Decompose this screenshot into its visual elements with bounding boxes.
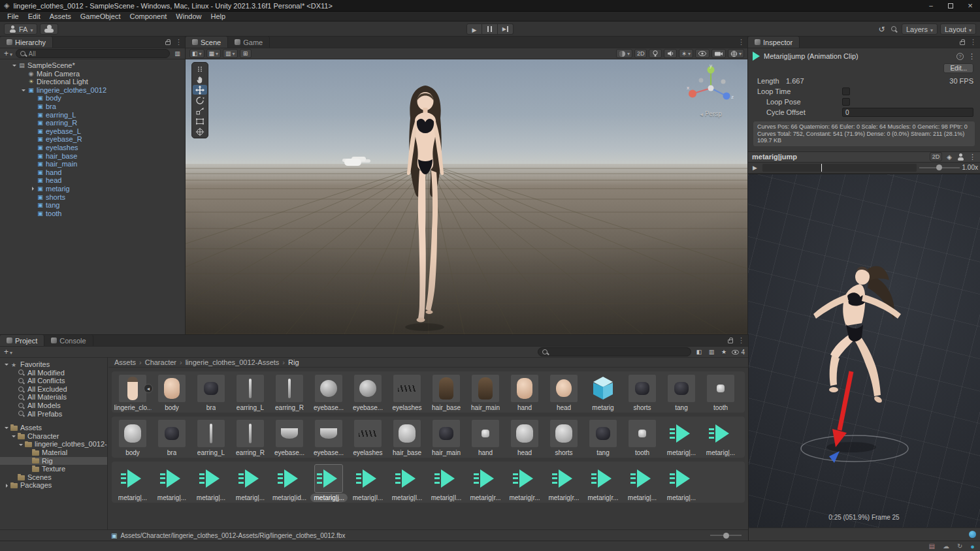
asset-tile[interactable]: eyebase... bbox=[270, 418, 309, 457]
breadcrumb-item[interactable]: Rig bbox=[287, 358, 301, 366]
preview-2d-button[interactable]: 2D bbox=[930, 152, 943, 161]
asset-tile[interactable]: tang bbox=[662, 373, 701, 412]
animation-clip-tile[interactable]: metarig|r... bbox=[505, 463, 544, 502]
folder-row[interactable]: Packages bbox=[0, 481, 107, 490]
expand-arrow[interactable] bbox=[17, 441, 24, 448]
help-icon[interactable]: ? bbox=[956, 53, 964, 60]
expand-arrow[interactable] bbox=[3, 424, 10, 431]
console-status-icon[interactable] bbox=[929, 543, 935, 550]
asset-tile[interactable]: body bbox=[113, 418, 152, 457]
asset-tile[interactable]: bra bbox=[191, 373, 231, 412]
asset-tile[interactable]: shorts bbox=[544, 418, 583, 457]
folder-row[interactable]: Assets bbox=[0, 424, 107, 432]
asset-tile[interactable]: eyelashes bbox=[348, 418, 387, 457]
animation-clip-tile[interactable]: metarig|l... bbox=[387, 463, 427, 502]
hierarchy-row[interactable]: tang bbox=[0, 201, 186, 210]
layers-dropdown[interactable]: Layers bbox=[902, 24, 938, 35]
menu-item[interactable]: Assets bbox=[45, 12, 76, 20]
step-button[interactable] bbox=[498, 24, 514, 35]
view-tool-button[interactable] bbox=[193, 74, 207, 84]
asset-tile[interactable]: metarig|... bbox=[701, 418, 740, 457]
breadcrumb-item[interactable]: lingerie_clothes_0012-Assets bbox=[184, 358, 281, 366]
expand-arrow[interactable] bbox=[3, 484, 10, 488]
folder-row[interactable]: lingerie_clothes_0012-Ass bbox=[0, 440, 107, 449]
maximize-button[interactable] bbox=[941, 0, 960, 12]
asset-tile[interactable]: hand bbox=[466, 418, 505, 457]
animation-clip-tile[interactable]: metarig|id... bbox=[270, 463, 309, 502]
asset-tile[interactable]: head bbox=[505, 418, 544, 457]
asset-tile[interactable]: head bbox=[544, 373, 583, 412]
rect-tool-button[interactable] bbox=[193, 116, 207, 126]
search-by-label-button[interactable]: ▥ bbox=[706, 347, 716, 356]
asset-tile[interactable]: tang bbox=[583, 418, 623, 457]
scene-audio-button[interactable] bbox=[664, 49, 677, 58]
play-button[interactable] bbox=[466, 24, 482, 35]
account-button[interactable]: FA bbox=[4, 24, 37, 35]
menu-item[interactable]: File bbox=[3, 12, 24, 20]
asset-tile[interactable]: hair_main bbox=[427, 418, 466, 457]
asset-tile[interactable]: tooth bbox=[701, 373, 740, 412]
animation-clip-tile[interactable]: metarig|... bbox=[191, 463, 231, 502]
hierarchy-row[interactable]: body bbox=[0, 94, 186, 102]
animation-preview-viewport[interactable]: 0:25 (051.9%) Frame 25 bbox=[748, 174, 980, 528]
folder-row[interactable]: Character bbox=[0, 432, 107, 441]
asset-tile[interactable]: eyebase... bbox=[348, 373, 387, 412]
asset-tile[interactable]: lingerie_clo... bbox=[113, 373, 152, 412]
asset-tile[interactable]: hand bbox=[505, 373, 544, 412]
hierarchy-row[interactable]: earring_L bbox=[0, 111, 186, 119]
minimize-button[interactable] bbox=[921, 0, 941, 12]
undo-history-button[interactable] bbox=[877, 25, 887, 34]
expand-arrow[interactable] bbox=[20, 87, 27, 93]
hierarchy-row[interactable]: Main Camera bbox=[0, 70, 186, 78]
menu-item[interactable]: Edit bbox=[24, 12, 45, 20]
lock-icon[interactable] bbox=[728, 339, 733, 343]
folder-row[interactable]: All Models bbox=[0, 401, 107, 410]
search-by-type-button[interactable]: ◧ bbox=[694, 347, 704, 356]
view-tab[interactable]: Game bbox=[228, 37, 270, 48]
asset-tile[interactable]: hair_main bbox=[466, 373, 505, 412]
animation-clip-tile[interactable]: metarig|j... bbox=[309, 463, 348, 502]
effects-dropdown[interactable]: ∗ bbox=[679, 49, 693, 58]
cloud-object[interactable] bbox=[344, 159, 361, 166]
menu-item[interactable]: GameObject bbox=[76, 12, 125, 20]
asset-tile[interactable]: tooth bbox=[623, 418, 662, 457]
panel-menu-icon[interactable] bbox=[738, 336, 745, 345]
speed-slider-thumb[interactable] bbox=[936, 165, 942, 170]
bottom-tab[interactable]: Console bbox=[44, 335, 93, 346]
transform-tool-button[interactable] bbox=[193, 127, 207, 136]
asset-tile[interactable]: eyebase... bbox=[309, 373, 348, 412]
pivot-icon[interactable] bbox=[947, 153, 952, 161]
folder-row[interactable]: All Prefabs bbox=[0, 410, 107, 418]
asset-tile[interactable]: eyelashes bbox=[387, 373, 427, 412]
hierarchy-row[interactable]: head bbox=[0, 176, 186, 185]
animation-clip-tile[interactable]: metarig|... bbox=[623, 463, 662, 502]
animation-clip-tile[interactable]: metarig|... bbox=[113, 463, 152, 502]
increment-snap-button[interactable]: ⊞ bbox=[240, 49, 252, 58]
animation-clip-tile[interactable]: metarig|... bbox=[231, 463, 270, 502]
orientation-gizmo[interactable]: y x z Persp bbox=[683, 62, 739, 118]
tab-hierarchy[interactable]: Hierarchy bbox=[0, 37, 53, 48]
refresh-status-icon[interactable] bbox=[957, 543, 962, 550]
preview-timeline-scrubber[interactable] bbox=[762, 164, 917, 172]
folder-row[interactable]: Rig bbox=[0, 457, 107, 465]
asset-tile[interactable]: hair_base bbox=[387, 418, 427, 457]
animation-clip-tile[interactable]: metarig|l... bbox=[348, 463, 387, 502]
folder-row[interactable]: All Conflicts bbox=[0, 377, 107, 385]
expand-arrow[interactable] bbox=[29, 187, 36, 191]
hierarchy-row[interactable]: hair_base bbox=[0, 152, 186, 161]
project-search-input[interactable] bbox=[551, 349, 687, 356]
folder-row[interactable]: All Excluded bbox=[0, 385, 107, 394]
animation-clip-tile[interactable]: metarig|r... bbox=[583, 463, 623, 502]
asset-tile[interactable]: earring_L bbox=[191, 418, 231, 457]
asset-tile[interactable]: shorts bbox=[623, 373, 662, 412]
expand-arrow[interactable] bbox=[3, 361, 10, 368]
hierarchy-row[interactable]: hand bbox=[0, 168, 186, 177]
asset-tile[interactable]: earring_R bbox=[231, 418, 270, 457]
asset-tile[interactable]: hair_base bbox=[427, 373, 466, 412]
cycle-offset-field[interactable]: 0 bbox=[842, 108, 973, 117]
view-tab[interactable]: Scene bbox=[186, 37, 228, 48]
hierarchy-row[interactable]: hair_main bbox=[0, 160, 186, 168]
services-status-icon[interactable] bbox=[970, 543, 975, 550]
hierarchy-row[interactable]: Directional Light bbox=[0, 78, 186, 86]
animation-clip-tile[interactable]: metarig|... bbox=[152, 463, 191, 502]
